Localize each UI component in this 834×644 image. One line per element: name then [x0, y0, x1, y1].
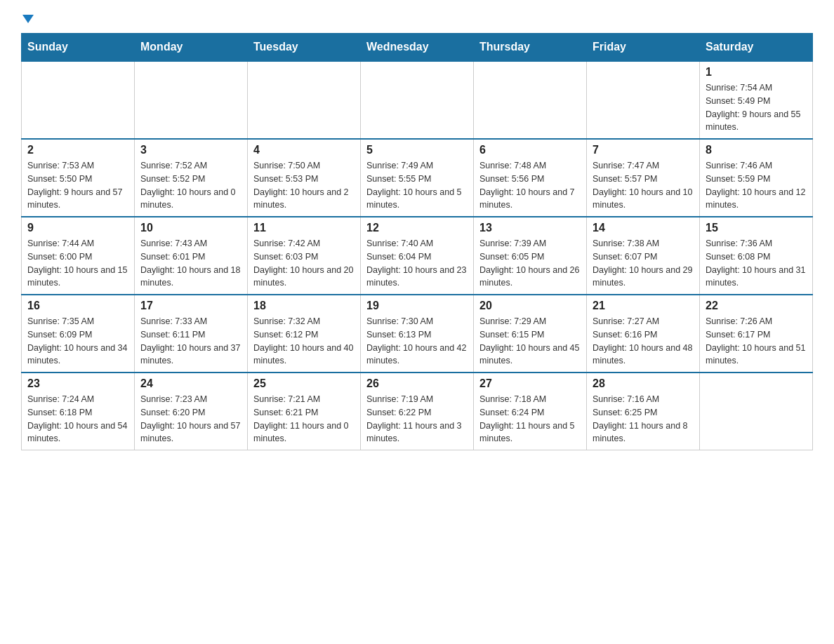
calendar-cell: 17Sunrise: 7:33 AMSunset: 6:11 PMDayligh… — [135, 295, 248, 373]
week-row-4: 16Sunrise: 7:35 AMSunset: 6:09 PMDayligh… — [22, 295, 813, 373]
day-info: Sunrise: 7:53 AMSunset: 5:50 PMDaylight:… — [27, 159, 128, 212]
calendar-cell: 28Sunrise: 7:16 AMSunset: 6:25 PMDayligh… — [587, 373, 700, 450]
day-info: Sunrise: 7:40 AMSunset: 6:04 PMDaylight:… — [366, 237, 468, 290]
day-number: 3 — [140, 144, 241, 156]
calendar-cell: 25Sunrise: 7:21 AMSunset: 6:21 PMDayligh… — [248, 373, 361, 450]
day-number: 13 — [479, 222, 581, 234]
week-row-5: 23Sunrise: 7:24 AMSunset: 6:18 PMDayligh… — [22, 373, 813, 450]
day-info: Sunrise: 7:21 AMSunset: 6:21 PMDaylight:… — [253, 393, 355, 445]
day-number: 12 — [366, 222, 468, 234]
calendar-cell — [361, 61, 474, 139]
calendar-cell: 8Sunrise: 7:46 AMSunset: 5:59 PMDaylight… — [700, 139, 813, 217]
day-info: Sunrise: 7:47 AMSunset: 5:57 PMDaylight:… — [593, 159, 694, 212]
calendar-cell: 20Sunrise: 7:29 AMSunset: 6:15 PMDayligh… — [474, 295, 587, 373]
logo-triangle-icon — [22, 15, 34, 23]
calendar-cell: 7Sunrise: 7:47 AMSunset: 5:57 PMDaylight… — [587, 139, 700, 217]
calendar-cell: 6Sunrise: 7:48 AMSunset: 5:56 PMDaylight… — [474, 139, 587, 217]
column-header-thursday: Thursday — [474, 34, 587, 62]
calendar-cell: 15Sunrise: 7:36 AMSunset: 6:08 PMDayligh… — [700, 217, 813, 295]
day-info: Sunrise: 7:42 AMSunset: 6:03 PMDaylight:… — [253, 237, 355, 290]
week-row-2: 2Sunrise: 7:53 AMSunset: 5:50 PMDaylight… — [22, 139, 813, 217]
day-info: Sunrise: 7:30 AMSunset: 6:13 PMDaylight:… — [366, 315, 468, 368]
day-number: 16 — [27, 300, 128, 312]
day-info: Sunrise: 7:18 AMSunset: 6:24 PMDaylight:… — [479, 393, 581, 445]
day-info: Sunrise: 7:54 AMSunset: 5:49 PMDaylight:… — [706, 81, 807, 134]
day-number: 1 — [706, 66, 807, 79]
calendar-cell: 23Sunrise: 7:24 AMSunset: 6:18 PMDayligh… — [22, 373, 135, 450]
day-info: Sunrise: 7:33 AMSunset: 6:11 PMDaylight:… — [140, 315, 241, 368]
calendar-cell — [22, 61, 135, 139]
calendar-cell: 21Sunrise: 7:27 AMSunset: 6:16 PMDayligh… — [587, 295, 700, 373]
day-number: 9 — [27, 222, 128, 234]
day-number: 24 — [140, 377, 241, 390]
calendar-cell: 22Sunrise: 7:26 AMSunset: 6:17 PMDayligh… — [700, 295, 813, 373]
calendar-cell: 19Sunrise: 7:30 AMSunset: 6:13 PMDayligh… — [361, 295, 474, 373]
day-number: 28 — [593, 377, 694, 390]
calendar-cell: 24Sunrise: 7:23 AMSunset: 6:20 PMDayligh… — [135, 373, 248, 450]
day-number: 27 — [479, 377, 581, 390]
day-info: Sunrise: 7:29 AMSunset: 6:15 PMDaylight:… — [479, 315, 581, 368]
day-number: 26 — [366, 377, 468, 390]
day-number: 8 — [706, 144, 807, 156]
day-info: Sunrise: 7:24 AMSunset: 6:18 PMDaylight:… — [27, 393, 128, 445]
day-number: 25 — [253, 377, 355, 390]
calendar-cell: 4Sunrise: 7:50 AMSunset: 5:53 PMDaylight… — [248, 139, 361, 217]
calendar-cell: 5Sunrise: 7:49 AMSunset: 5:55 PMDaylight… — [361, 139, 474, 217]
calendar-cell — [700, 373, 813, 450]
day-number: 22 — [706, 300, 807, 312]
day-info: Sunrise: 7:16 AMSunset: 6:25 PMDaylight:… — [593, 393, 694, 445]
day-info: Sunrise: 7:50 AMSunset: 5:53 PMDaylight:… — [253, 159, 355, 212]
calendar-cell: 26Sunrise: 7:19 AMSunset: 6:22 PMDayligh… — [361, 373, 474, 450]
day-number: 7 — [593, 144, 694, 156]
calendar-cell: 13Sunrise: 7:39 AMSunset: 6:05 PMDayligh… — [474, 217, 587, 295]
day-number: 5 — [366, 144, 468, 156]
day-info: Sunrise: 7:39 AMSunset: 6:05 PMDaylight:… — [479, 237, 581, 290]
calendar-cell: 16Sunrise: 7:35 AMSunset: 6:09 PMDayligh… — [22, 295, 135, 373]
day-number: 6 — [479, 144, 581, 156]
calendar-cell: 27Sunrise: 7:18 AMSunset: 6:24 PMDayligh… — [474, 373, 587, 450]
calendar-table: SundayMondayTuesdayWednesdayThursdayFrid… — [21, 33, 813, 450]
calendar-cell — [135, 61, 248, 139]
day-number: 2 — [27, 144, 128, 156]
day-info: Sunrise: 7:23 AMSunset: 6:20 PMDaylight:… — [140, 393, 241, 445]
calendar-cell: 9Sunrise: 7:44 AMSunset: 6:00 PMDaylight… — [22, 217, 135, 295]
day-number: 11 — [253, 222, 355, 234]
calendar-cell: 11Sunrise: 7:42 AMSunset: 6:03 PMDayligh… — [248, 217, 361, 295]
day-number: 15 — [706, 222, 807, 234]
calendar-cell — [474, 61, 587, 139]
column-header-sunday: Sunday — [22, 34, 135, 62]
page-header — [21, 14, 813, 26]
calendar-cell: 12Sunrise: 7:40 AMSunset: 6:04 PMDayligh… — [361, 217, 474, 295]
day-number: 20 — [479, 300, 581, 312]
calendar-cell: 14Sunrise: 7:38 AMSunset: 6:07 PMDayligh… — [587, 217, 700, 295]
logo — [21, 14, 34, 26]
calendar-cell — [587, 61, 700, 139]
day-info: Sunrise: 7:44 AMSunset: 6:00 PMDaylight:… — [27, 237, 128, 290]
column-header-wednesday: Wednesday — [361, 34, 474, 62]
week-row-3: 9Sunrise: 7:44 AMSunset: 6:00 PMDaylight… — [22, 217, 813, 295]
day-info: Sunrise: 7:26 AMSunset: 6:17 PMDaylight:… — [706, 315, 807, 368]
day-info: Sunrise: 7:48 AMSunset: 5:56 PMDaylight:… — [479, 159, 581, 212]
day-info: Sunrise: 7:27 AMSunset: 6:16 PMDaylight:… — [593, 315, 694, 368]
day-info: Sunrise: 7:35 AMSunset: 6:09 PMDaylight:… — [27, 315, 128, 368]
calendar-cell: 10Sunrise: 7:43 AMSunset: 6:01 PMDayligh… — [135, 217, 248, 295]
day-info: Sunrise: 7:32 AMSunset: 6:12 PMDaylight:… — [253, 315, 355, 368]
day-info: Sunrise: 7:52 AMSunset: 5:52 PMDaylight:… — [140, 159, 241, 212]
column-header-tuesday: Tuesday — [248, 34, 361, 62]
calendar-cell: 18Sunrise: 7:32 AMSunset: 6:12 PMDayligh… — [248, 295, 361, 373]
day-number: 17 — [140, 300, 241, 312]
week-row-1: 1Sunrise: 7:54 AMSunset: 5:49 PMDaylight… — [22, 61, 813, 139]
calendar-cell — [248, 61, 361, 139]
day-number: 19 — [366, 300, 468, 312]
day-number: 21 — [593, 300, 694, 312]
column-header-saturday: Saturday — [700, 34, 813, 62]
day-number: 23 — [27, 377, 128, 390]
day-info: Sunrise: 7:43 AMSunset: 6:01 PMDaylight:… — [140, 237, 241, 290]
day-info: Sunrise: 7:49 AMSunset: 5:55 PMDaylight:… — [366, 159, 468, 212]
calendar-cell: 3Sunrise: 7:52 AMSunset: 5:52 PMDaylight… — [135, 139, 248, 217]
calendar-cell: 1Sunrise: 7:54 AMSunset: 5:49 PMDaylight… — [700, 61, 813, 139]
column-header-monday: Monday — [135, 34, 248, 62]
day-number: 4 — [253, 144, 355, 156]
day-number: 10 — [140, 222, 241, 234]
day-info: Sunrise: 7:36 AMSunset: 6:08 PMDaylight:… — [706, 237, 807, 290]
